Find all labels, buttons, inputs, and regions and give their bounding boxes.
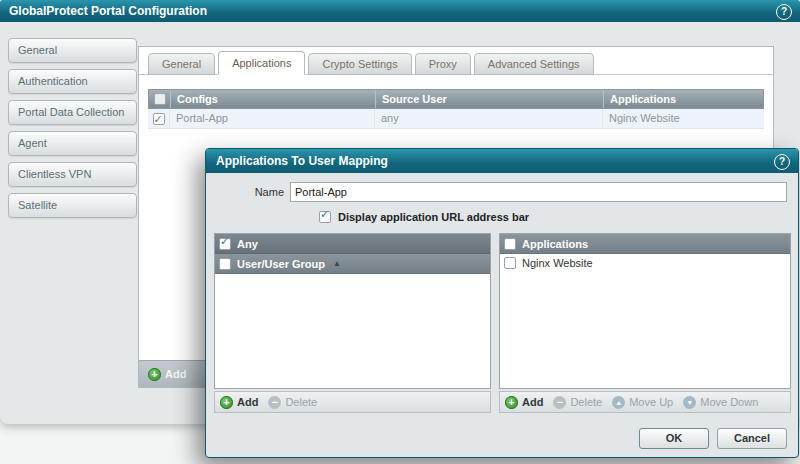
configs-table-header: Configs Source User Applications xyxy=(148,89,764,109)
sidebar-item-clientless-vpn[interactable]: Clientless VPN xyxy=(8,162,137,187)
sidebar-item-label: Portal Data Collection xyxy=(18,106,124,118)
move-down-button[interactable]: ▼ Move Down xyxy=(683,396,758,409)
cell-configs: Portal-App xyxy=(170,109,375,128)
sidebar-item-satellite[interactable]: Satellite xyxy=(8,193,137,218)
delete-user-label: Delete xyxy=(285,396,317,408)
add-icon: + xyxy=(220,396,233,409)
sidebar-item-agent[interactable]: Agent xyxy=(8,131,137,156)
modal-title: Applications To User Mapping xyxy=(216,154,388,168)
move-up-button[interactable]: ▲ Move Up xyxy=(612,396,673,409)
main-window-titlebar: GlobalProtect Portal Configuration ? xyxy=(0,0,800,22)
user-group-select-all-checkbox[interactable] xyxy=(219,258,231,270)
applications-to-user-mapping-dialog: Applications To User Mapping ? Name ✓ Di… xyxy=(205,148,799,458)
add-icon: + xyxy=(148,368,161,381)
sidebar-item-label: Satellite xyxy=(18,199,57,211)
delete-application-button[interactable]: − Delete xyxy=(553,396,602,409)
display-url-bar-checkbox[interactable]: ✓ xyxy=(319,211,331,223)
tab-proxy[interactable]: Proxy xyxy=(415,53,471,75)
name-input[interactable] xyxy=(290,182,787,202)
cell-source-user: any xyxy=(375,109,603,128)
tab-general[interactable]: General xyxy=(148,53,215,75)
check-icon: ✓ xyxy=(154,110,163,129)
select-all-checkbox[interactable] xyxy=(154,93,166,105)
applications-list xyxy=(500,272,790,388)
sort-asc-icon: ▲ xyxy=(333,259,341,268)
column-header-applications[interactable]: Applications xyxy=(604,90,763,108)
delete-application-label: Delete xyxy=(570,396,602,408)
application-list-item[interactable]: Nginx Website xyxy=(500,254,790,272)
add-application-button[interactable]: + Add xyxy=(505,396,543,409)
table-row[interactable]: ✓ Portal-App any Nginx Website xyxy=(148,109,764,129)
any-users-label: Any xyxy=(237,238,258,250)
main-window-title: GlobalProtect Portal Configuration xyxy=(9,4,207,18)
add-config-label: Add xyxy=(165,368,186,380)
display-url-bar-label: Display application URL address bar xyxy=(338,211,529,223)
modal-titlebar: Applications To User Mapping ? xyxy=(206,149,798,173)
any-users-row[interactable]: ✓ Any xyxy=(215,234,490,254)
cancel-button[interactable]: Cancel xyxy=(717,428,787,449)
check-icon: ✓ xyxy=(320,208,329,221)
sidebar-item-label: Clientless VPN xyxy=(18,168,91,180)
check-icon: ✓ xyxy=(220,235,229,248)
column-header-source-user[interactable]: Source User xyxy=(376,90,604,108)
delete-icon: − xyxy=(553,396,566,409)
applications-column-header[interactable]: Applications xyxy=(500,234,790,254)
sidebar-item-authentication[interactable]: Authentication xyxy=(8,69,137,94)
select-all-cell xyxy=(149,90,171,108)
row-checkbox[interactable]: ✓ xyxy=(153,113,165,125)
user-group-column-header[interactable]: User/User Group ▲ xyxy=(215,254,490,274)
add-config-button[interactable]: + Add xyxy=(148,368,186,381)
add-user-label: Add xyxy=(237,396,258,408)
application-row-label: Nginx Website xyxy=(522,257,593,269)
tab-bar: General Applications Crypto Settings Pro… xyxy=(148,52,594,75)
user-group-column-label: User/User Group xyxy=(237,258,325,270)
sidebar-item-portal-data-collection[interactable]: Portal Data Collection xyxy=(8,100,137,125)
help-icon[interactable]: ? xyxy=(774,154,790,170)
ok-button[interactable]: OK xyxy=(639,428,709,449)
sidebar-item-general[interactable]: General xyxy=(8,38,137,63)
user-panel: ✓ Any User/User Group ▲ xyxy=(214,233,491,389)
applications-panel-toolbar: + Add − Delete ▲ Move Up ▼ Move Down xyxy=(499,391,791,413)
tab-crypto-settings[interactable]: Crypto Settings xyxy=(308,53,411,75)
move-down-label: Move Down xyxy=(700,396,758,408)
row-checkbox-cell: ✓ xyxy=(148,109,170,128)
move-up-label: Move Up xyxy=(629,396,673,408)
help-icon[interactable]: ? xyxy=(776,4,792,20)
sidebar-item-label: Authentication xyxy=(18,75,88,87)
delete-icon: − xyxy=(268,396,281,409)
tab-applications[interactable]: Applications xyxy=(218,51,305,75)
add-application-label: Add xyxy=(522,396,543,408)
any-users-checkbox[interactable]: ✓ xyxy=(219,238,231,250)
sidebar-item-label: Agent xyxy=(18,137,47,149)
application-row-checkbox[interactable] xyxy=(504,257,516,269)
add-user-button[interactable]: + Add xyxy=(220,396,258,409)
applications-panel: Applications Nginx Website xyxy=(499,233,791,389)
user-group-list xyxy=(215,274,490,388)
name-label: Name xyxy=(214,186,284,198)
applications-column-label: Applications xyxy=(522,238,588,250)
screen: GlobalProtect Portal Configuration ? Gen… xyxy=(0,0,800,464)
add-icon: + xyxy=(505,396,518,409)
user-panel-toolbar: + Add − Delete xyxy=(214,391,491,413)
move-up-icon: ▲ xyxy=(612,396,625,409)
cell-applications: Nginx Website xyxy=(603,109,764,128)
sidebar-item-label: General xyxy=(18,44,57,56)
tab-advanced-settings[interactable]: Advanced Settings xyxy=(474,53,594,75)
move-down-icon: ▼ xyxy=(683,396,696,409)
delete-user-button[interactable]: − Delete xyxy=(268,396,317,409)
column-header-configs[interactable]: Configs xyxy=(171,90,376,108)
applications-select-all-checkbox[interactable] xyxy=(504,238,516,250)
